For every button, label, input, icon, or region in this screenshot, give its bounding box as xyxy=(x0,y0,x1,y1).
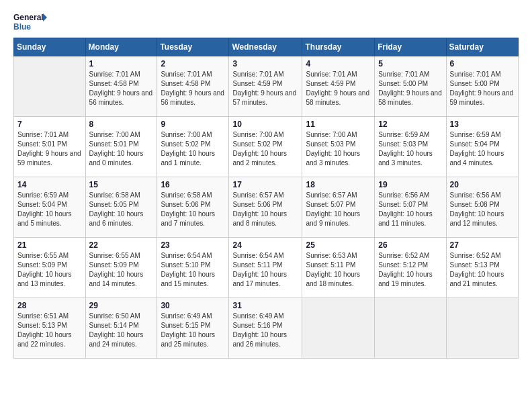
day-number: 7 xyxy=(17,120,82,129)
calendar-week-2: 7Sunrise: 7:01 AMSunset: 5:01 PMDaylight… xyxy=(14,117,519,177)
day-info: Sunrise: 6:49 AMSunset: 5:15 PMDaylight:… xyxy=(161,312,225,349)
calendar-cell: 4Sunrise: 7:01 AMSunset: 4:59 PMDaylight… xyxy=(302,56,375,117)
calendar-cell: 13Sunrise: 6:59 AMSunset: 5:04 PMDayligh… xyxy=(446,117,518,177)
day-number: 24 xyxy=(232,240,298,250)
day-number: 2 xyxy=(161,59,225,68)
day-info: Sunrise: 6:59 AMSunset: 5:03 PMDaylight:… xyxy=(378,130,442,168)
calendar-week-5: 28Sunrise: 6:51 AMSunset: 5:13 PMDayligh… xyxy=(14,298,519,359)
day-number: 5 xyxy=(378,59,442,68)
calendar-cell xyxy=(375,298,446,359)
day-number: 1 xyxy=(89,59,154,68)
calendar-cell: 30Sunrise: 6:49 AMSunset: 5:15 PMDayligh… xyxy=(157,298,229,359)
day-info: Sunrise: 6:59 AMSunset: 5:04 PMDaylight:… xyxy=(17,191,82,228)
calendar-cell: 21Sunrise: 6:55 AMSunset: 5:09 PMDayligh… xyxy=(14,238,86,298)
day-number: 12 xyxy=(378,120,442,129)
day-info: Sunrise: 6:59 AMSunset: 5:04 PMDaylight:… xyxy=(450,130,515,168)
day-number: 15 xyxy=(89,180,154,189)
calendar-cell: 6Sunrise: 7:01 AMSunset: 5:00 PMDaylight… xyxy=(446,56,518,117)
calendar-cell: 8Sunrise: 7:00 AMSunset: 5:01 PMDaylight… xyxy=(85,117,157,177)
day-info: Sunrise: 7:00 AMSunset: 5:03 PMDaylight:… xyxy=(306,130,371,168)
calendar-week-1: 1Sunrise: 7:01 AMSunset: 4:58 PMDaylight… xyxy=(14,56,519,117)
day-number: 10 xyxy=(232,120,298,129)
header-day-saturday: Saturday xyxy=(446,38,518,56)
day-info: Sunrise: 7:01 AMSunset: 4:59 PMDaylight:… xyxy=(232,70,298,107)
header-day-wednesday: Wednesday xyxy=(229,38,302,56)
calendar-cell: 11Sunrise: 7:00 AMSunset: 5:03 PMDayligh… xyxy=(302,117,375,177)
header-day-tuesday: Tuesday xyxy=(157,38,229,56)
calendar-cell: 19Sunrise: 6:56 AMSunset: 5:07 PMDayligh… xyxy=(375,177,446,238)
day-info: Sunrise: 7:01 AMSunset: 5:01 PMDaylight:… xyxy=(17,130,82,168)
calendar-cell: 14Sunrise: 6:59 AMSunset: 5:04 PMDayligh… xyxy=(14,177,86,238)
header-day-friday: Friday xyxy=(375,38,446,56)
day-number: 22 xyxy=(89,240,154,250)
day-info: Sunrise: 7:00 AMSunset: 5:01 PMDaylight:… xyxy=(89,130,154,168)
day-number: 18 xyxy=(306,180,371,189)
calendar-cell xyxy=(14,56,86,117)
calendar-header-row: SundayMondayTuesdayWednesdayThursdayFrid… xyxy=(14,38,519,56)
calendar-week-4: 21Sunrise: 6:55 AMSunset: 5:09 PMDayligh… xyxy=(14,238,519,298)
day-number: 20 xyxy=(450,180,515,189)
day-number: 26 xyxy=(378,240,442,250)
calendar-cell: 26Sunrise: 6:52 AMSunset: 5:12 PMDayligh… xyxy=(375,238,446,298)
day-number: 31 xyxy=(232,301,298,310)
day-info: Sunrise: 7:00 AMSunset: 5:02 PMDaylight:… xyxy=(161,130,225,168)
calendar-cell: 23Sunrise: 6:54 AMSunset: 5:10 PMDayligh… xyxy=(157,238,229,298)
day-info: Sunrise: 6:53 AMSunset: 5:11 PMDaylight:… xyxy=(306,251,371,289)
calendar-cell: 31Sunrise: 6:49 AMSunset: 5:16 PMDayligh… xyxy=(229,298,302,359)
day-number: 13 xyxy=(450,120,515,129)
day-number: 9 xyxy=(161,120,225,129)
calendar-cell: 16Sunrise: 6:58 AMSunset: 5:06 PMDayligh… xyxy=(157,177,229,238)
logo-svg: General Blue xyxy=(13,11,47,32)
calendar-cell: 5Sunrise: 7:01 AMSunset: 5:00 PMDaylight… xyxy=(375,56,446,117)
calendar-cell: 9Sunrise: 7:00 AMSunset: 5:02 PMDaylight… xyxy=(157,117,229,177)
calendar-cell: 28Sunrise: 6:51 AMSunset: 5:13 PMDayligh… xyxy=(14,298,86,359)
day-number: 21 xyxy=(17,240,82,250)
calendar-cell: 12Sunrise: 6:59 AMSunset: 5:03 PMDayligh… xyxy=(375,117,446,177)
calendar-cell xyxy=(302,298,375,359)
day-number: 23 xyxy=(161,240,225,250)
calendar-cell: 10Sunrise: 7:00 AMSunset: 5:02 PMDayligh… xyxy=(229,117,302,177)
day-info: Sunrise: 6:51 AMSunset: 5:13 PMDaylight:… xyxy=(17,312,82,349)
calendar-cell: 7Sunrise: 7:01 AMSunset: 5:01 PMDaylight… xyxy=(14,117,86,177)
day-info: Sunrise: 6:52 AMSunset: 5:12 PMDaylight:… xyxy=(378,251,442,289)
day-info: Sunrise: 6:54 AMSunset: 5:10 PMDaylight:… xyxy=(161,251,225,289)
calendar-cell: 2Sunrise: 7:01 AMSunset: 4:58 PMDaylight… xyxy=(157,56,229,117)
day-info: Sunrise: 7:00 AMSunset: 5:02 PMDaylight:… xyxy=(232,130,298,168)
day-info: Sunrise: 6:54 AMSunset: 5:11 PMDaylight:… xyxy=(232,251,298,289)
day-number: 30 xyxy=(161,301,225,310)
day-info: Sunrise: 7:01 AMSunset: 4:59 PMDaylight:… xyxy=(306,70,371,107)
day-number: 8 xyxy=(89,120,154,129)
logo: General Blue xyxy=(13,11,50,32)
calendar-cell: 24Sunrise: 6:54 AMSunset: 5:11 PMDayligh… xyxy=(229,238,302,298)
calendar-cell: 20Sunrise: 6:56 AMSunset: 5:08 PMDayligh… xyxy=(446,177,518,238)
day-number: 3 xyxy=(232,59,298,68)
day-number: 14 xyxy=(17,180,82,189)
day-info: Sunrise: 7:01 AMSunset: 5:00 PMDaylight:… xyxy=(378,70,442,107)
day-info: Sunrise: 6:57 AMSunset: 5:06 PMDaylight:… xyxy=(232,191,298,228)
day-info: Sunrise: 6:55 AMSunset: 5:09 PMDaylight:… xyxy=(17,251,82,289)
calendar-week-3: 14Sunrise: 6:59 AMSunset: 5:04 PMDayligh… xyxy=(14,177,519,238)
day-info: Sunrise: 6:49 AMSunset: 5:16 PMDaylight:… xyxy=(232,312,298,349)
day-number: 25 xyxy=(306,240,371,250)
logo-general: General xyxy=(13,13,44,22)
day-info: Sunrise: 6:57 AMSunset: 5:07 PMDaylight:… xyxy=(306,191,371,228)
day-info: Sunrise: 6:55 AMSunset: 5:09 PMDaylight:… xyxy=(89,251,154,289)
calendar-cell: 3Sunrise: 7:01 AMSunset: 4:59 PMDaylight… xyxy=(229,56,302,117)
calendar-cell xyxy=(446,298,518,359)
logo-arrow xyxy=(43,13,47,21)
day-number: 11 xyxy=(306,120,371,129)
day-number: 6 xyxy=(450,59,515,68)
day-info: Sunrise: 6:50 AMSunset: 5:14 PMDaylight:… xyxy=(89,312,154,349)
day-info: Sunrise: 6:58 AMSunset: 5:06 PMDaylight:… xyxy=(161,191,225,228)
calendar-cell: 1Sunrise: 7:01 AMSunset: 4:58 PMDaylight… xyxy=(85,56,157,117)
calendar-cell: 17Sunrise: 6:57 AMSunset: 5:06 PMDayligh… xyxy=(229,177,302,238)
calendar-table: SundayMondayTuesdayWednesdayThursdayFrid… xyxy=(13,38,519,359)
calendar-cell: 15Sunrise: 6:58 AMSunset: 5:05 PMDayligh… xyxy=(85,177,157,238)
calendar-cell: 29Sunrise: 6:50 AMSunset: 5:14 PMDayligh… xyxy=(85,298,157,359)
day-info: Sunrise: 7:01 AMSunset: 5:00 PMDaylight:… xyxy=(450,70,515,107)
calendar-cell: 27Sunrise: 6:52 AMSunset: 5:13 PMDayligh… xyxy=(446,238,518,298)
day-number: 27 xyxy=(450,240,515,250)
day-info: Sunrise: 6:56 AMSunset: 5:08 PMDaylight:… xyxy=(450,191,515,228)
header-day-sunday: Sunday xyxy=(14,38,86,56)
header-day-monday: Monday xyxy=(85,38,157,56)
